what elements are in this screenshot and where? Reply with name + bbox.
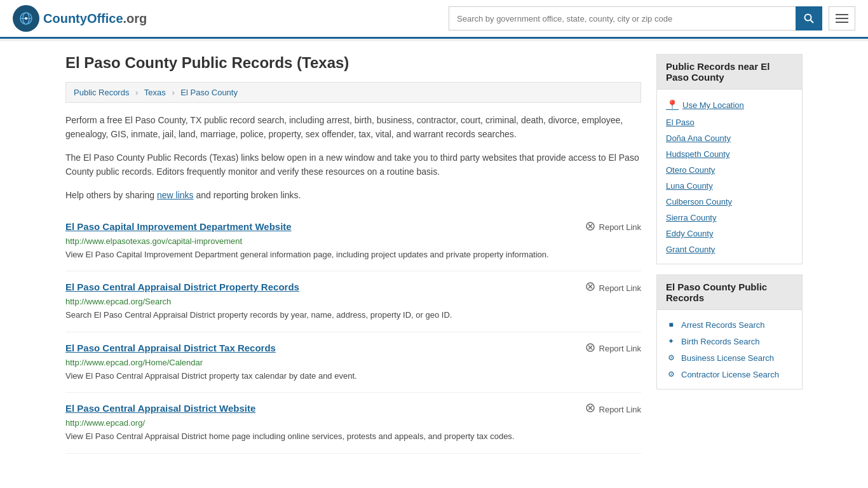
nearby-link-7[interactable]: Eddy County <box>666 226 793 241</box>
svg-point-4 <box>25 17 27 20</box>
report-link-icon-2 <box>585 342 595 355</box>
nearby-link-4[interactable]: Luna County <box>666 178 793 194</box>
nearby-link-3[interactable]: Otero County <box>666 162 793 178</box>
report-link-icon-0 <box>585 221 595 234</box>
record-url-2[interactable]: http://www.epcad.org/Home/Calendar <box>65 358 641 367</box>
sidebar-record-link-0[interactable]: ■ Arrest Records Search <box>666 316 793 333</box>
record-title-1[interactable]: El Paso Central Appraisal District Prope… <box>65 281 299 292</box>
record-header: El Paso Capital Improvement Department W… <box>65 221 641 234</box>
nearby-link-6[interactable]: Sierra County <box>666 210 793 226</box>
nearby-link-8[interactable]: Grant County <box>666 241 793 257</box>
svg-point-5 <box>805 15 811 21</box>
nearby-body: 📍 Use My Location El PasoDoña Ana County… <box>656 89 803 264</box>
sidebar-record-label-1: Birth Records Search <box>681 337 760 346</box>
content-area: El Paso County Public Records (Texas) Pu… <box>65 54 641 454</box>
breadcrumb: Public Records › Texas › El Paso County <box>65 82 641 103</box>
record-item: El Paso Central Appraisal District Websi… <box>65 393 641 454</box>
logo[interactable]: CountyOffice.org <box>13 5 147 32</box>
record-links: ■ Arrest Records Search ✦ Birth Records … <box>666 316 793 383</box>
record-desc-1: Search El Paso Central Appraisal Distric… <box>65 309 641 322</box>
sidebar-record-label-3: Contractor License Search <box>681 370 779 379</box>
breadcrumb-texas[interactable]: Texas <box>144 88 166 97</box>
menu-button[interactable] <box>829 6 855 30</box>
record-title-0[interactable]: El Paso Capital Improvement Department W… <box>65 221 292 232</box>
record-header: El Paso Central Appraisal District Prope… <box>65 281 641 294</box>
search-area <box>449 6 855 30</box>
sidebar-record-label-0: Arrest Records Search <box>681 320 765 330</box>
record-item: El Paso Capital Improvement Department W… <box>65 211 641 272</box>
description-3: Help others by sharing new links and rep… <box>65 188 641 202</box>
report-link-2[interactable]: Report Link <box>585 342 641 355</box>
report-link-0[interactable]: Report Link <box>585 221 641 234</box>
report-link-1[interactable]: Report Link <box>585 281 641 294</box>
nearby-link-1[interactable]: Doña Ana County <box>666 130 793 146</box>
sidebar: Public Records near El Paso County 📍 Use… <box>656 54 803 454</box>
record-header: El Paso Central Appraisal District Tax R… <box>65 342 641 355</box>
search-input[interactable] <box>449 6 796 30</box>
sidebar-record-label-2: Business License Search <box>681 353 774 363</box>
sidebar-record-icon-3: ⚙ <box>666 369 676 379</box>
logo-text: CountyOffice.org <box>43 11 147 26</box>
sidebar-record-icon-0: ■ <box>666 320 676 330</box>
page-title: El Paso County Public Records (Texas) <box>65 54 641 72</box>
logo-icon <box>13 5 39 32</box>
use-location-link[interactable]: 📍 Use My Location <box>666 96 793 114</box>
svg-line-6 <box>811 20 814 24</box>
header: CountyOffice.org <box>0 0 868 39</box>
sidebar-record-link-3[interactable]: ⚙ Contractor License Search <box>666 366 793 383</box>
breadcrumb-sep-1: › <box>135 88 138 97</box>
sidebar-record-icon-2: ⚙ <box>666 353 676 363</box>
nearby-title: Public Records near El Paso County <box>656 54 803 89</box>
search-button[interactable] <box>796 6 822 30</box>
record-url-3[interactable]: http://www.epcad.org/ <box>65 418 641 428</box>
breadcrumb-public-records[interactable]: Public Records <box>74 88 129 97</box>
nearby-link-2[interactable]: Hudspeth County <box>666 146 793 162</box>
record-item: El Paso Central Appraisal District Tax R… <box>65 332 641 393</box>
records-list: El Paso Capital Improvement Department W… <box>65 211 641 454</box>
nearby-link-0[interactable]: El Paso <box>666 114 793 130</box>
record-desc-3: View El Paso Central Appraisal District … <box>65 430 641 443</box>
record-desc-0: View El Paso Capital Improvement Departm… <box>65 248 641 261</box>
new-links-link[interactable]: new links <box>157 190 194 200</box>
record-header: El Paso Central Appraisal District Websi… <box>65 403 641 416</box>
record-item: El Paso Central Appraisal District Prope… <box>65 271 641 332</box>
main-container: El Paso County Public Records (Texas) Pu… <box>53 41 815 466</box>
county-records-section: El Paso County Public Records ■ Arrest R… <box>656 274 803 390</box>
sidebar-record-link-2[interactable]: ⚙ Business License Search <box>666 349 793 366</box>
sidebar-record-link-1[interactable]: ✦ Birth Records Search <box>666 333 793 349</box>
breadcrumb-sep-2: › <box>172 88 174 97</box>
record-title-2[interactable]: El Paso Central Appraisal District Tax R… <box>65 342 276 353</box>
county-records-body: ■ Arrest Records Search ✦ Birth Records … <box>656 309 803 390</box>
svg-rect-8 <box>836 18 848 19</box>
nearby-section: Public Records near El Paso County 📍 Use… <box>656 54 803 264</box>
record-url-0[interactable]: http://www.elpasotexas.gov/capital-impro… <box>65 236 641 246</box>
svg-rect-9 <box>836 22 848 23</box>
location-icon: 📍 <box>666 99 679 111</box>
record-desc-2: View El Paso Central Appraisal District … <box>65 370 641 383</box>
record-url-1[interactable]: http://www.epcad.org/Search <box>65 297 641 306</box>
sidebar-record-icon-1: ✦ <box>666 336 676 346</box>
description-1: Perform a free El Paso County, TX public… <box>65 113 641 142</box>
county-records-title: El Paso County Public Records <box>656 274 803 309</box>
nearby-links: El PasoDoña Ana CountyHudspeth CountyOte… <box>666 114 793 257</box>
report-link-icon-3 <box>585 403 595 416</box>
record-title-3[interactable]: El Paso Central Appraisal District Websi… <box>65 403 255 414</box>
report-link-icon-1 <box>585 281 595 294</box>
nearby-link-5[interactable]: Culberson County <box>666 194 793 210</box>
report-link-3[interactable]: Report Link <box>585 403 641 416</box>
description-2: The El Paso County Public Records (Texas… <box>65 151 641 179</box>
svg-rect-7 <box>836 14 848 15</box>
breadcrumb-el-paso-county[interactable]: El Paso County <box>180 88 238 97</box>
